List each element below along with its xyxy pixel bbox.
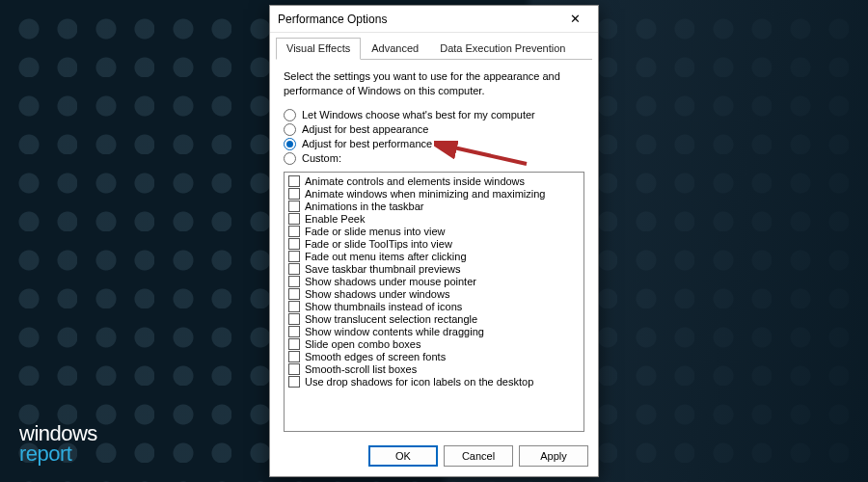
radio-option[interactable]: Let Windows choose what's best for my co… <box>284 108 584 122</box>
checkbox-icon <box>288 326 300 337</box>
ok-button[interactable]: OK <box>368 445 438 467</box>
list-item-label: Show window contents while dragging <box>305 326 484 337</box>
list-item-label: Smooth edges of screen fonts <box>305 351 446 362</box>
list-item[interactable]: Show shadows under windows <box>288 288 580 301</box>
checkbox-icon <box>288 201 300 212</box>
checkbox-icon <box>288 263 300 275</box>
checkbox-icon <box>288 238 300 250</box>
list-item[interactable]: Show window contents while dragging <box>288 326 580 338</box>
checkbox-icon <box>288 376 300 388</box>
checkbox-icon <box>288 313 300 325</box>
cancel-button[interactable]: Cancel <box>444 445 513 467</box>
ok-label: OK <box>395 450 411 462</box>
list-item-label: Save taskbar thumbnail previews <box>305 263 460 275</box>
list-item-label: Fade or slide menus into view <box>305 226 446 237</box>
close-icon: ✕ <box>570 12 581 26</box>
effects-listbox[interactable]: Animate controls and elements inside win… <box>284 172 584 432</box>
radio-label: Adjust for best appearance <box>302 123 428 135</box>
list-item-label: Show shadows under windows <box>305 288 449 300</box>
list-item-label: Fade or slide ToolTips into view <box>305 238 452 250</box>
tab-advanced[interactable]: Advanced <box>361 38 429 60</box>
list-item-label: Smooth-scroll list boxes <box>305 363 417 375</box>
list-item[interactable]: Enable Peek <box>288 213 580 226</box>
checkbox-icon <box>288 301 300 312</box>
radio-option[interactable]: Custom: <box>284 151 584 166</box>
close-button[interactable]: ✕ <box>559 6 590 33</box>
list-item[interactable]: Fade or slide menus into view <box>288 226 580 238</box>
radio-icon <box>284 109 296 121</box>
checkbox-icon <box>288 351 300 362</box>
window-title: Performance Options <box>278 13 559 26</box>
tab-data-execution-prevention[interactable]: Data Execution Prevention <box>429 38 576 60</box>
radio-group: Let Windows choose what's best for my co… <box>284 108 584 166</box>
apply-button[interactable]: Apply <box>519 445 588 467</box>
list-item-label: Animate windows when minimizing and maxi… <box>305 188 545 200</box>
checkbox-icon <box>288 226 300 237</box>
cancel-label: Cancel <box>462 450 495 462</box>
checkbox-icon <box>288 213 300 225</box>
radio-label: Let Windows choose what's best for my co… <box>302 109 535 120</box>
tab-content: Select the settings you want to use for … <box>270 60 598 438</box>
watermark-line2: report <box>19 444 97 465</box>
list-item[interactable]: Show thumbnails instead of icons <box>288 301 580 313</box>
checkbox-icon <box>288 276 300 287</box>
list-item-label: Enable Peek <box>305 213 365 225</box>
list-item-label: Animations in the taskbar <box>305 201 424 212</box>
performance-options-dialog: Performance Options ✕ Visual EffectsAdva… <box>269 5 599 477</box>
list-item-label: Slide open combo boxes <box>305 338 420 350</box>
dialog-buttons: OK Cancel Apply <box>270 438 598 476</box>
titlebar[interactable]: Performance Options ✕ <box>270 6 598 33</box>
list-item[interactable]: Smooth-scroll list boxes <box>288 363 580 376</box>
checkbox-icon <box>288 338 300 350</box>
list-item-label: Use drop shadows for icon labels on the … <box>305 376 533 388</box>
list-item[interactable]: Animations in the taskbar <box>288 201 580 213</box>
checkbox-icon <box>288 363 300 375</box>
radio-icon <box>284 152 296 165</box>
windowsreport-watermark: windows report <box>19 424 97 465</box>
apply-label: Apply <box>540 450 567 462</box>
list-item[interactable]: Show shadows under mouse pointer <box>288 276 580 288</box>
radio-option[interactable]: Adjust for best appearance <box>284 122 584 137</box>
list-item-label: Fade out menu items after clicking <box>305 251 467 262</box>
list-item-label: Show shadows under mouse pointer <box>305 276 476 287</box>
tab-visual-effects[interactable]: Visual Effects <box>276 38 361 60</box>
list-item-label: Show thumbnails instead of icons <box>305 301 462 312</box>
list-item[interactable]: Fade out menu items after clicking <box>288 251 580 263</box>
radio-icon <box>284 123 296 136</box>
intro-text: Select the settings you want to use for … <box>284 69 584 98</box>
list-item-label: Animate controls and elements inside win… <box>305 175 525 187</box>
checkbox-icon <box>288 288 300 300</box>
list-item-label: Show translucent selection rectangle <box>305 313 477 325</box>
checkbox-icon <box>288 251 300 262</box>
radio-label: Custom: <box>302 152 341 164</box>
tab-strip: Visual EffectsAdvancedData Execution Pre… <box>270 33 598 59</box>
checkbox-icon <box>288 188 300 200</box>
list-item[interactable]: Smooth edges of screen fonts <box>288 351 580 363</box>
checkbox-icon <box>288 175 300 187</box>
list-item[interactable]: Slide open combo boxes <box>288 338 580 351</box>
list-item[interactable]: Fade or slide ToolTips into view <box>288 238 580 251</box>
list-item[interactable]: Animate controls and elements inside win… <box>288 175 580 188</box>
list-item[interactable]: Use drop shadows for icon labels on the … <box>288 376 580 388</box>
list-item[interactable]: Save taskbar thumbnail previews <box>288 263 580 276</box>
radio-label: Adjust for best performance <box>302 138 432 149</box>
radio-icon <box>284 138 296 150</box>
list-item[interactable]: Show translucent selection rectangle <box>288 313 580 326</box>
list-item[interactable]: Animate windows when minimizing and maxi… <box>288 188 580 201</box>
radio-option[interactable]: Adjust for best performance <box>284 137 584 151</box>
